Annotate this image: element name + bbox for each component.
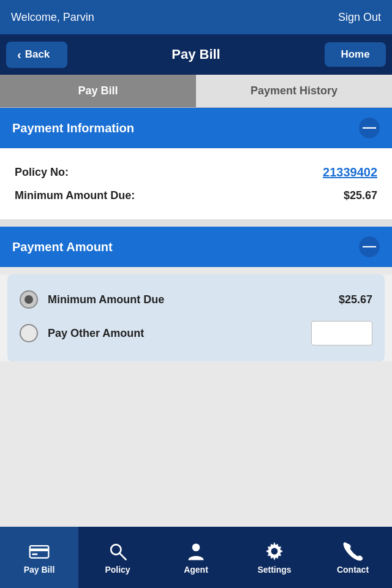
top-bar: Welcome, Parvin Sign Out — [0, 0, 392, 34]
policy-label: Policy No: — [15, 166, 69, 179]
payment-amount-header: Payment Amount — — [0, 227, 392, 267]
search-icon — [107, 540, 129, 562]
payment-info-header: Payment Information — — [0, 108, 392, 148]
bottom-nav-pay-bill[interactable]: Pay Bill — [0, 527, 78, 588]
radio-inner-selected — [24, 295, 33, 304]
bottom-nav-policy-label: Policy — [105, 565, 130, 575]
phone-icon — [342, 540, 364, 562]
other-amount-radio[interactable] — [20, 324, 38, 342]
nav-bar: ‹ Back Pay Bill Home — [0, 34, 392, 75]
svg-rect-0 — [30, 546, 49, 558]
gear-icon — [263, 540, 285, 562]
bottom-nav-settings[interactable]: Settings — [235, 527, 314, 588]
back-button[interactable]: ‹ Back — [6, 42, 67, 68]
other-amount-option[interactable]: Pay Other Amount — [20, 315, 372, 352]
person-icon — [185, 540, 207, 562]
svg-rect-1 — [30, 549, 49, 552]
minus-icon-2: — — [363, 239, 376, 253]
payment-amount-title: Payment Amount — [12, 240, 113, 254]
other-amount-input[interactable] — [311, 321, 372, 345]
payment-info-title: Payment Information — [12, 121, 134, 135]
policy-value[interactable]: 21339402 — [323, 165, 377, 179]
payment-amount-collapse-button[interactable]: — — [359, 236, 380, 257]
bottom-nav: Pay Bill Policy Agent Settings Contact — [0, 527, 392, 588]
payment-info-content: Policy No: 21339402 Minimum Amount Due: … — [0, 148, 392, 219]
bottom-nav-contact-label: Contact — [337, 565, 369, 575]
min-amount-value: $25.67 — [344, 189, 377, 202]
payment-info-collapse-button[interactable]: — — [359, 118, 380, 138]
credit-card-icon — [28, 540, 50, 562]
svg-point-7 — [271, 548, 278, 555]
minimum-amount-radio[interactable] — [20, 290, 38, 309]
back-chevron-icon: ‹ — [17, 48, 21, 62]
bottom-nav-pay-bill-label: Pay Bill — [24, 565, 55, 575]
minus-icon: — — [363, 121, 376, 134]
welcome-text: Welcome, Parvin — [11, 11, 94, 24]
bottom-nav-contact[interactable]: Contact — [314, 527, 392, 588]
home-button[interactable]: Home — [325, 42, 386, 67]
svg-line-4 — [119, 553, 126, 559]
section-divider — [0, 219, 392, 227]
bottom-nav-policy[interactable]: Policy — [78, 527, 157, 588]
min-amount-label: Minimum Amount Due: — [15, 189, 135, 202]
tab-payment-history[interactable]: Payment History — [196, 75, 392, 107]
payment-amount-content: Minimum Amount Due $25.67 Pay Other Amou… — [0, 274, 392, 361]
minimum-amount-option[interactable]: Minimum Amount Due $25.67 — [20, 284, 372, 315]
bottom-nav-agent[interactable]: Agent — [157, 527, 235, 588]
min-amount-row: Minimum Amount Due: $25.67 — [15, 184, 377, 207]
sign-out-button[interactable]: Sign Out — [338, 11, 381, 24]
tab-pay-bill[interactable]: Pay Bill — [0, 75, 196, 107]
tabs-container: Pay Bill Payment History — [0, 75, 392, 108]
other-amount-option-label: Pay Other Amount — [48, 327, 301, 340]
bottom-nav-settings-label: Settings — [257, 565, 291, 575]
bottom-nav-agent-label: Agent — [184, 565, 208, 575]
payment-options-container: Minimum Amount Due $25.67 Pay Other Amou… — [7, 274, 385, 361]
policy-row: Policy No: 21339402 — [15, 160, 377, 184]
minimum-amount-option-label: Minimum Amount Due — [48, 293, 329, 306]
back-label: Back — [25, 48, 50, 61]
minimum-amount-option-value: $25.67 — [339, 293, 372, 306]
svg-rect-2 — [32, 554, 37, 556]
svg-point-5 — [192, 543, 200, 551]
page-title: Pay Bill — [67, 47, 325, 62]
